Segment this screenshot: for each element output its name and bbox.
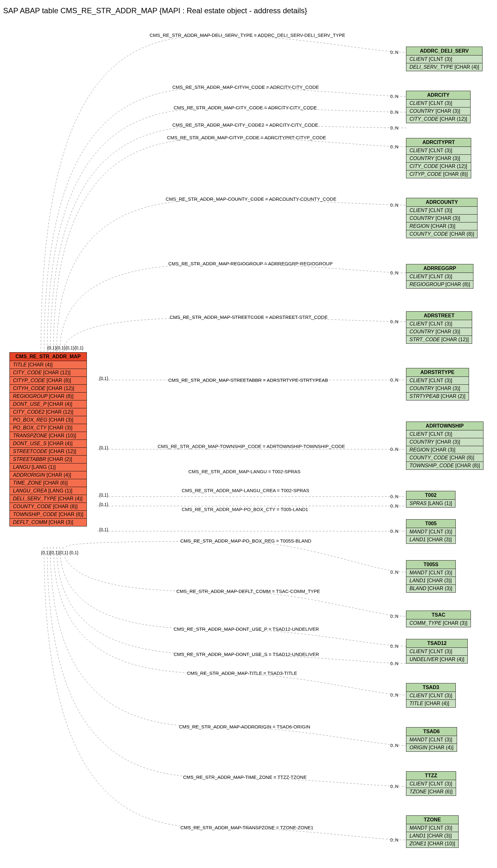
relation-label: CMS_RE_STR_ADDR_MAP-ADDRORIGIN = TSAD6-O… [179, 724, 310, 729]
relation-label: CMS_RE_STR_ADDR_MAP-TIME_ZONE = TTZZ-TZO… [183, 774, 307, 780]
ref-entity-header: TSAD12 [406, 639, 467, 648]
right-cardinality: 0..N [390, 270, 398, 275]
main-entity-field: DEFLT_COMM [CHAR (3)] [10, 519, 87, 526]
relation-label: CMS_RE_STR_ADDR_MAP-STREETABBR = ADRSTRT… [168, 377, 328, 383]
ref-entity-field: COUNTRY [CHAR (3)] [406, 155, 471, 163]
relation-label: CMS_RE_STR_ADDR_MAP-LANGU_CREA = T002-SP… [182, 488, 309, 493]
relation-label: CMS_RE_STR_ADDR_MAP-DELI_SERV_TYPE = ADD… [150, 32, 345, 38]
right-cardinality: 0..N [390, 743, 398, 748]
main-entity-field: STREETABBR [CHAR (2)] [10, 456, 87, 464]
left-cardinality: {0,1} [99, 445, 108, 450]
ref-entity-header: TSAD6 [406, 728, 457, 736]
ref-entity-addrc_deli_serv: ADDRC_DELI_SERVCLIENT [CLNT (3)]DELI_SER… [406, 47, 483, 71]
ref-entity-field: CLIENT [CLNT (3)] [406, 430, 483, 438]
right-cardinality: 0..N [390, 50, 398, 55]
relation-label: CMS_RE_STR_ADDR_MAP-DONT_USE_S = TSAD12-… [174, 651, 319, 657]
left-cardinality: {0,1} [99, 527, 108, 532]
main-entity-field: TOWNSHIP_CODE [CHAR (8)] [10, 511, 87, 519]
right-cardinality: 0..N [390, 692, 398, 698]
main-entity-field: TRANSPZONE [CHAR (10)] [10, 432, 87, 440]
right-cardinality: 0..N [390, 614, 398, 619]
ref-entity-field: COMM_TYPE [CHAR (3)] [406, 619, 471, 627]
main-entity-field: COUNTY_CODE [CHAR (8)] [10, 503, 87, 511]
right-cardinality: 0..N [390, 203, 398, 208]
right-cardinality: 0..N [390, 529, 398, 534]
right-cardinality: 0..N [390, 644, 398, 649]
ref-entity-header: ADRTOWNSHIP [406, 422, 483, 430]
ref-entity-field: DELI_SERV_TYPE [CHAR (4)] [406, 63, 482, 71]
ref-entity-adrstreet: ADRSTREETCLIENT [CLNT (3)]COUNTRY [CHAR … [406, 311, 472, 344]
right-cardinality: 0..N [390, 144, 398, 149]
ref-entity-tzone: TZONEMANDT [CLNT (3)]LAND1 [CHAR (3)]ZON… [406, 815, 459, 848]
right-cardinality: 0..N [390, 110, 398, 115]
ref-entity-field: CLIENT [CLNT (3)] [406, 273, 473, 281]
ref-entity-field: COUNTRY [CHAR (3)] [406, 108, 470, 115]
right-cardinality: 0..N [390, 570, 398, 575]
right-cardinality: 0..N [390, 319, 398, 324]
ref-entity-field: ORIGIN [CHAR (4)] [406, 744, 457, 752]
main-entity-field: STREETCODE [CHAR (12)] [10, 448, 87, 456]
right-cardinality: 0..N [390, 494, 398, 499]
relation-label: CMS_RE_STR_ADDR_MAP-CITYH_CODE = ADRCITY… [172, 84, 319, 90]
ref-entity-t005: T005MANDT [CLNT (3)]LAND1 [CHAR (3)] [406, 519, 456, 544]
relation-label: CMS_RE_STR_ADDR_MAP-DEFLT_COMM = TSAC-CO… [176, 589, 320, 594]
ref-entity-field: UNDELIVER [CHAR (4)] [406, 656, 467, 663]
ref-entity-field: MANDT [CLNT (3)] [406, 824, 458, 832]
main-entity-field: DONT_USE_S [CHAR (4)] [10, 440, 87, 448]
ref-entity-field: REGION [CHAR (3)] [406, 222, 477, 230]
main-entity-field: DELI_SERV_TYPE [CHAR (4)] [10, 495, 87, 503]
ref-entity-field: LAND1 [CHAR (3)] [406, 577, 455, 585]
main-entity-field: PO_BOX_CTY [CHAR (3)] [10, 424, 87, 432]
ref-entity-header: ADRCITYPRT [406, 138, 471, 147]
ref-entity-field: CLIENT [CLNT (3)] [406, 55, 482, 63]
ref-entity-field: REGIOGROUP [CHAR (8)] [406, 281, 473, 288]
ref-entity-header: ADRCOUNTY [406, 198, 477, 207]
ref-entity-tsad6: TSAD6MANDT [CLNT (3)]ORIGIN [CHAR (4)] [406, 727, 457, 752]
ref-entity-field: COUNTRY [CHAR (3)] [406, 215, 477, 222]
left-cardinality: {0,1} [99, 502, 108, 507]
ref-entity-adrstrtype: ADRSTRTYPECLIENT [CLNT (3)]COUNTRY [CHAR… [406, 368, 469, 400]
ref-entity-field: CLIENT [CLNT (3)] [406, 377, 469, 385]
ref-entity-header: TTZZ [406, 772, 456, 780]
ref-entity-tsac: TSACCOMM_TYPE [CHAR (3)] [406, 610, 471, 627]
right-cardinality: 0..N [390, 447, 398, 452]
relation-label: CMS_RE_STR_ADDR_MAP-CITY_CODE2 = ADRCITY… [172, 122, 318, 128]
main-entity-field: PO_BOX_REG [CHAR (3)] [10, 416, 87, 424]
ref-entity-field: STRTYPEAB [CHAR (2)] [406, 392, 469, 400]
ref-entity-field: TITLE [CHAR (4)] [406, 700, 455, 707]
ref-entity-t005s: T005SMANDT [CLNT (3)]LAND1 [CHAR (3)]BLA… [406, 560, 456, 593]
left-cardinality: {0,1} [99, 376, 108, 381]
ref-entity-field: CLIENT [CLNT (3)] [406, 648, 467, 656]
main-entity-field: CITY_CODE [CHAR (12)] [10, 369, 87, 377]
ref-entity-field: REGION [CHAR (3)] [406, 446, 483, 454]
right-cardinality: 0..N [390, 125, 398, 130]
ref-entity-field: CLIENT [CLNT (3)] [406, 692, 455, 700]
right-cardinality: 0..N [390, 377, 398, 383]
relation-label: CMS_RE_STR_ADDR_MAP-STREETCODE = ADRSTRE… [170, 314, 328, 320]
er-diagram: CMS_RE_STR_ADDR_MAP TITLE [CHAR (4)]CITY… [3, 22, 494, 868]
relation-label: CMS_RE_STR_ADDR_MAP-PO_BOX_CTY = T005-LA… [182, 507, 308, 512]
ref-entity-field: CLIENT [CLNT (3)] [406, 320, 472, 328]
ref-entity-adrreggrp: ADRREGGRPCLIENT [CLNT (3)]REGIOGROUP [CH… [406, 264, 473, 289]
ref-entity-field: LAND1 [CHAR (3)] [406, 832, 458, 840]
ref-entity-field: BLAND [CHAR (3)] [406, 585, 455, 592]
ref-entity-header: ADRSTRTYPE [406, 368, 469, 377]
ref-entity-field: COUNTRY [CHAR (3)] [406, 385, 469, 392]
relation-label: CMS_RE_STR_ADDR_MAP-TOWNSHIP_CODE = ADRT… [158, 444, 345, 449]
ref-entity-header: ADRSTREET [406, 312, 472, 320]
relation-label: CMS_RE_STR_ADDR_MAP-COUNTY_CODE = ADRCOU… [166, 196, 336, 202]
relation-label: CMS_RE_STR_ADDR_MAP-TRANSPZONE = TZONE-Z… [180, 825, 313, 830]
main-entity-field: LANGU_CREA [LANG (1)] [10, 487, 87, 495]
ref-entity-field: LAND1 [CHAR (3)] [406, 536, 455, 543]
ref-entity-field: CLIENT [CLNT (3)] [406, 147, 471, 155]
main-entity-field: LANGU [LANG (1)] [10, 464, 87, 471]
relation-label: CMS_RE_STR_ADDR_MAP-CITYP_CODE = ADRCITY… [167, 135, 326, 140]
ref-entity-header: TSAD3 [406, 684, 455, 692]
ref-entity-field: SPRAS [LANG (1)] [406, 500, 455, 507]
ref-entity-field: CLIENT [CLNT (3)] [406, 207, 477, 215]
ref-entity-field: CITY_CODE [CHAR (12)] [406, 163, 471, 170]
ref-entity-field: COUNTRY [CHAR (3)] [406, 328, 472, 336]
ref-entity-field: TZONE [CHAR (6)] [406, 788, 456, 796]
ref-entity-tsad3: TSAD3CLIENT [CLNT (3)]TITLE [CHAR (4)] [406, 683, 456, 708]
ref-entity-field: MANDT [CLNT (3)] [406, 569, 455, 577]
